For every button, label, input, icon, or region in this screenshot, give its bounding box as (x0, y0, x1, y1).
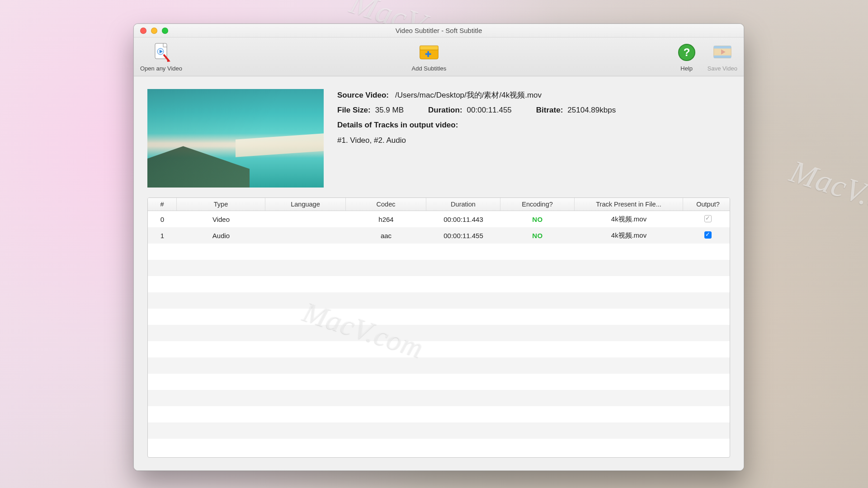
table-row-empty (148, 244, 730, 260)
col-encoding[interactable]: Encoding? (500, 198, 575, 211)
table-header: # Type Language Codec Duration Encoding?… (148, 198, 730, 211)
cell-codec: aac (346, 232, 426, 239)
video-thumbnail (147, 89, 324, 188)
svg-marker-3 (167, 58, 170, 62)
help-button[interactable]: ? Help (676, 42, 698, 72)
table-row-empty (148, 422, 730, 439)
cell-encoding: NO (500, 216, 575, 223)
file-size-value: 35.9 MB (375, 104, 404, 116)
table-row-empty (148, 260, 730, 276)
col-duration[interactable]: Duration (426, 198, 500, 211)
table-row-empty (148, 439, 730, 455)
help-icon: ? (676, 42, 698, 63)
cell-duration: 00:00:11.455 (426, 232, 500, 239)
bitrate-label: Bitrate: (536, 104, 563, 116)
col-index[interactable]: # (148, 198, 177, 211)
video-metadata: Source Video: /Users/mac/Desktop/我的/素材/4… (337, 89, 730, 188)
cell-present: 4k视频.mov (575, 215, 683, 224)
tracks-details-value: #1. Video, #2. Audio (337, 134, 406, 146)
svg-rect-11 (714, 56, 731, 58)
desktop-background: MacV.com MacV.c Video Subtitler - Soft S… (0, 0, 868, 488)
open-video-button[interactable]: Open any Video (140, 42, 182, 72)
output-checkbox[interactable] (704, 231, 712, 239)
cell-present: 4k视频.mov (575, 231, 683, 240)
export-video-icon (712, 42, 733, 63)
col-output[interactable]: Output? (683, 198, 730, 211)
file-size-label: File Size: (337, 104, 371, 116)
cell-type: Audio (177, 232, 265, 239)
content-area: Source Video: /Users/mac/Desktop/我的/素材/4… (134, 76, 744, 470)
save-video-label: Save Video (708, 65, 737, 72)
cell-index: 0 (148, 216, 177, 223)
folder-add-icon (418, 42, 440, 63)
app-window: Video Subtitler - Soft Subtitle (133, 23, 744, 471)
cell-output (683, 215, 730, 224)
document-play-icon (151, 42, 172, 63)
svg-rect-4 (420, 46, 439, 50)
save-video-button[interactable]: Save Video (708, 42, 737, 72)
svg-rect-6 (427, 51, 429, 57)
open-video-label: Open any Video (140, 65, 182, 72)
duration-label: Duration: (428, 104, 462, 116)
cell-codec: h264 (346, 216, 426, 223)
output-checkbox[interactable] (704, 215, 712, 222)
tracks-table: # Type Language Codec Duration Encoding?… (147, 197, 730, 458)
table-row-empty (148, 390, 730, 406)
col-language[interactable]: Language (265, 198, 346, 211)
table-row[interactable]: 0Videoh26400:00:11.443NO4k视频.mov (148, 211, 730, 227)
table-body: 0Videoh26400:00:11.443NO4k视频.mov1Audioaa… (148, 211, 730, 457)
col-type[interactable]: Type (177, 198, 265, 211)
cell-duration: 00:00:11.443 (426, 216, 500, 223)
window-title: Video Subtitler - Soft Subtitle (134, 27, 744, 34)
table-row-empty (148, 292, 730, 309)
toolbar: Open any Video Add Subtitles (134, 38, 744, 76)
cell-type: Video (177, 216, 265, 223)
col-codec[interactable]: Codec (346, 198, 426, 211)
bitrate-value: 25104.89kbps (567, 104, 616, 116)
add-subtitles-label: Add Subtitles (412, 65, 447, 72)
tracks-details-label: Details of Tracks in output video: (337, 119, 458, 131)
source-video-path: /Users/mac/Desktop/我的/素材/4k视频.mov (395, 89, 542, 101)
table-row-empty (148, 341, 730, 357)
table-row-empty (148, 309, 730, 325)
svg-text:?: ? (683, 46, 690, 58)
col-present[interactable]: Track Present in File... (575, 198, 683, 211)
table-row-empty (148, 357, 730, 374)
cell-index: 1 (148, 232, 177, 239)
cell-encoding: NO (500, 232, 575, 239)
table-row-empty (148, 406, 730, 422)
table-row-empty (148, 374, 730, 390)
add-subtitles-button[interactable]: Add Subtitles (412, 42, 447, 72)
titlebar[interactable]: Video Subtitler - Soft Subtitle (134, 24, 744, 38)
svg-rect-10 (714, 46, 731, 49)
cell-output (683, 231, 730, 240)
source-video-label: Source Video: (337, 89, 389, 101)
table-row-empty (148, 325, 730, 341)
duration-value: 00:00:11.455 (467, 104, 512, 116)
table-row[interactable]: 1Audioaac00:00:11.455NO4k视频.mov (148, 227, 730, 244)
watermark-text: MacV.c (786, 153, 868, 217)
table-row-empty (148, 276, 730, 292)
help-label: Help (680, 65, 693, 72)
